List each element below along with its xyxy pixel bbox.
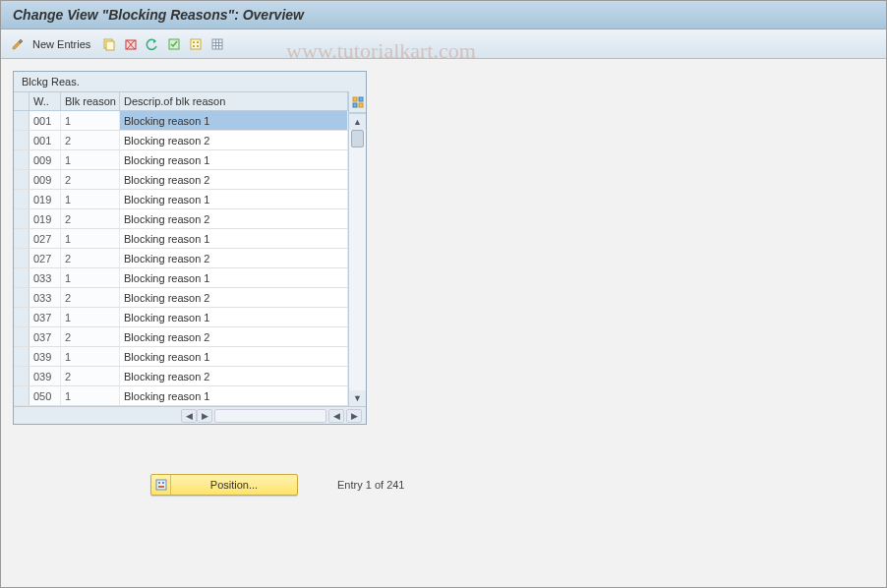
table-row[interactable]: 0392Blocking reason 2: [14, 367, 348, 386]
cell-desc[interactable]: Blocking reason 2: [120, 249, 348, 267]
table-row[interactable]: 0331Blocking reason 1: [14, 268, 348, 288]
col-header-desc[interactable]: Descrip.of blk reason: [120, 92, 348, 110]
col-header-w[interactable]: W..: [30, 92, 61, 110]
cell-desc[interactable]: Blocking reason 2: [120, 327, 348, 346]
row-selector[interactable]: [14, 347, 30, 366]
scroll-track[interactable]: [349, 130, 366, 390]
row-selector[interactable]: [14, 268, 30, 287]
scroll-up-icon[interactable]: ▲: [349, 114, 366, 130]
cell-w[interactable]: 037: [30, 327, 61, 346]
row-selector[interactable]: [14, 327, 30, 346]
cell-desc[interactable]: Blocking reason 1: [120, 347, 348, 366]
col-header-blk[interactable]: Blk reason: [61, 92, 120, 110]
cell-desc[interactable]: Blocking reason 1: [120, 150, 348, 169]
select-all-header[interactable]: [14, 92, 30, 110]
cell-blk[interactable]: 2: [61, 249, 120, 267]
table-row[interactable]: 0192Blocking reason 2: [14, 209, 348, 229]
table-row[interactable]: 0092Blocking reason 2: [14, 170, 348, 190]
row-selector[interactable]: [14, 150, 30, 169]
cell-desc[interactable]: Blocking reason 2: [120, 367, 348, 385]
cell-desc[interactable]: Blocking reason 1: [120, 229, 348, 248]
table-row[interactable]: 0271Blocking reason 1: [14, 229, 348, 249]
cell-blk[interactable]: 1: [61, 150, 120, 169]
scroll-down-icon[interactable]: ▼: [349, 390, 366, 406]
table-row[interactable]: 0091Blocking reason 1: [14, 150, 348, 170]
row-selector[interactable]: [14, 229, 30, 248]
scroll-left-icon[interactable]: ◀: [181, 409, 197, 423]
cell-w[interactable]: 019: [30, 190, 61, 208]
cell-desc[interactable]: Blocking reason 2: [120, 288, 348, 307]
cell-w[interactable]: 050: [30, 386, 61, 405]
cell-desc[interactable]: Blocking reason 2: [120, 131, 348, 149]
select-block-icon[interactable]: [187, 35, 205, 53]
cell-w[interactable]: 033: [30, 288, 61, 307]
cell-desc[interactable]: Blocking reason 1: [120, 386, 348, 405]
cell-blk[interactable]: 2: [61, 131, 120, 149]
vertical-scrollbar[interactable]: ▲ ▼: [349, 113, 366, 406]
cell-w[interactable]: 027: [30, 249, 61, 267]
scroll-left2-icon[interactable]: ◀: [328, 409, 344, 423]
cell-blk[interactable]: 1: [61, 229, 120, 248]
cell-w[interactable]: 039: [30, 347, 61, 366]
table-row[interactable]: 0011Blocking reason 1: [14, 111, 348, 131]
cell-desc[interactable]: Blocking reason 1: [120, 190, 348, 208]
table-settings-icon[interactable]: [349, 91, 366, 113]
change-icon[interactable]: [9, 35, 27, 53]
undo-icon[interactable]: [144, 35, 161, 53]
cell-w[interactable]: 001: [30, 131, 61, 149]
cell-blk[interactable]: 2: [61, 209, 120, 228]
table-row[interactable]: 0272Blocking reason 2: [14, 249, 348, 268]
row-selector[interactable]: [14, 170, 30, 189]
row-selector[interactable]: [14, 386, 30, 405]
table-row[interactable]: 0371Blocking reason 1: [14, 308, 348, 327]
row-selector[interactable]: [14, 367, 30, 385]
table-row[interactable]: 0372Blocking reason 2: [14, 327, 348, 347]
cell-blk[interactable]: 2: [61, 288, 120, 307]
cell-blk[interactable]: 1: [61, 347, 120, 366]
table-row[interactable]: 0391Blocking reason 1: [14, 347, 348, 367]
cell-w[interactable]: 039: [30, 367, 61, 385]
cell-blk[interactable]: 1: [61, 386, 120, 405]
cell-w[interactable]: 009: [30, 170, 61, 189]
cell-blk[interactable]: 2: [61, 170, 120, 189]
cell-w[interactable]: 027: [30, 229, 61, 248]
scroll-thumb[interactable]: [351, 130, 364, 147]
cell-desc[interactable]: Blocking reason 1: [120, 308, 348, 326]
table-row[interactable]: 0191Blocking reason 1: [14, 190, 348, 209]
cell-w[interactable]: 019: [30, 209, 61, 228]
deselect-all-icon[interactable]: [208, 35, 226, 53]
cell-w[interactable]: 037: [30, 308, 61, 326]
table-row[interactable]: 0501Blocking reason 1: [14, 386, 348, 406]
cell-blk[interactable]: 1: [61, 111, 120, 130]
hscroll-track[interactable]: [214, 409, 326, 423]
new-entries-button[interactable]: New Entries: [30, 38, 96, 50]
table-row[interactable]: 0332Blocking reason 2: [14, 288, 348, 308]
cell-blk[interactable]: 2: [61, 327, 120, 346]
cell-w[interactable]: 009: [30, 150, 61, 169]
scroll-right-icon[interactable]: ▶: [197, 409, 212, 423]
copy-icon[interactable]: [100, 35, 118, 53]
position-button[interactable]: Position...: [150, 474, 298, 496]
cell-desc[interactable]: Blocking reason 2: [120, 209, 348, 228]
row-selector[interactable]: [14, 249, 30, 267]
cell-desc[interactable]: Blocking reason 2: [120, 170, 348, 189]
row-selector[interactable]: [14, 209, 30, 228]
row-selector[interactable]: [14, 190, 30, 208]
row-selector[interactable]: [14, 111, 30, 130]
table-row[interactable]: 0012Blocking reason 2: [14, 131, 348, 150]
cell-desc[interactable]: Blocking reason 1: [120, 268, 348, 287]
row-selector[interactable]: [14, 288, 30, 307]
delete-icon[interactable]: [122, 35, 140, 53]
cell-blk[interactable]: 1: [61, 190, 120, 208]
cell-w[interactable]: 033: [30, 268, 61, 287]
cell-blk[interactable]: 2: [61, 367, 120, 385]
select-all-icon[interactable]: [165, 35, 183, 53]
cell-w[interactable]: 001: [30, 111, 61, 130]
horizontal-scrollbar[interactable]: ◀ ▶ ◀ ▶: [14, 406, 366, 424]
row-selector[interactable]: [14, 308, 30, 326]
cell-desc[interactable]: Blocking reason 1: [120, 111, 348, 130]
scroll-right2-icon[interactable]: ▶: [346, 409, 362, 423]
row-selector[interactable]: [14, 131, 30, 149]
cell-blk[interactable]: 1: [61, 308, 120, 326]
cell-blk[interactable]: 1: [61, 268, 120, 287]
